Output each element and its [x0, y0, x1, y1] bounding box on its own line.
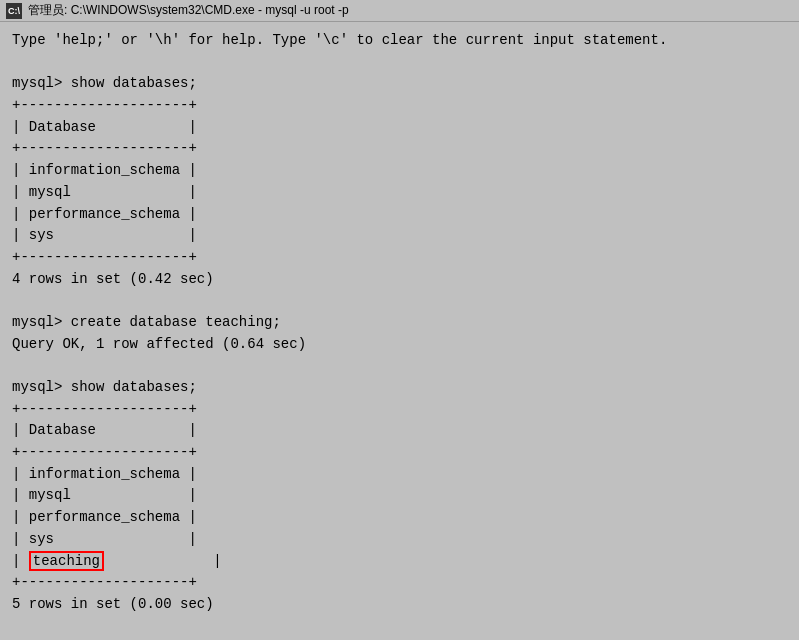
- show-databases-prompt-2: mysql> show databases;: [12, 377, 787, 399]
- table-top-1: +--------------------+: [12, 95, 787, 117]
- table-row-perf-schema-1: | performance_schema |: [12, 204, 787, 226]
- table-bottom-1: +--------------------+: [12, 247, 787, 269]
- teaching-highlighted: teaching: [29, 551, 104, 571]
- terminal: Type 'help;' or '\h' for help. Type '\c'…: [0, 22, 799, 640]
- table-row-teaching: | teaching |: [12, 551, 787, 573]
- table-row-perf-schema-2: | performance_schema |: [12, 507, 787, 529]
- table-bottom-2: +--------------------+: [12, 572, 787, 594]
- create-database-prompt: mysql> create database teaching;: [12, 312, 787, 334]
- table-sep-1: +--------------------+: [12, 138, 787, 160]
- help-line: Type 'help;' or '\h' for help. Type '\c'…: [12, 30, 787, 52]
- table-row-mysql-1: | mysql |: [12, 182, 787, 204]
- table-header-1: | Database |: [12, 117, 787, 139]
- table-row-sys-2: | sys |: [12, 529, 787, 551]
- table-row-mysql-2: | mysql |: [12, 485, 787, 507]
- title-bar-text: 管理员: C:\WINDOWS\system32\CMD.exe - mysql…: [28, 2, 349, 19]
- create-result: Query OK, 1 row affected (0.64 sec): [12, 334, 787, 356]
- title-bar-icon: C:\: [6, 3, 22, 19]
- result-1: 4 rows in set (0.42 sec): [12, 269, 787, 291]
- table-row-sys-1: | sys |: [12, 225, 787, 247]
- result-2: 5 rows in set (0.00 sec): [12, 594, 787, 616]
- table-row-info-schema-2: | information_schema |: [12, 464, 787, 486]
- table-sep-2: +--------------------+: [12, 442, 787, 464]
- table-header-2: | Database |: [12, 420, 787, 442]
- show-databases-prompt-1: mysql> show databases;: [12, 73, 787, 95]
- title-bar: C:\ 管理员: C:\WINDOWS\system32\CMD.exe - m…: [0, 0, 799, 22]
- table-row-info-schema-1: | information_schema |: [12, 160, 787, 182]
- table-top-2: +--------------------+: [12, 399, 787, 421]
